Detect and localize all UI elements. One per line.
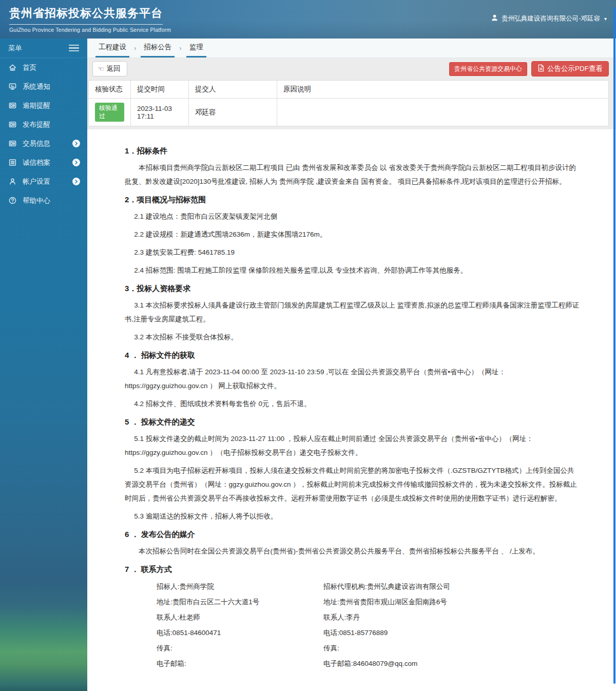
doc-section-heading: 3．投标人资格要求 bbox=[125, 281, 580, 296]
col-submit-time: 提交时间 bbox=[131, 81, 189, 99]
doc-paragraph: 5.1 投标文件递交的截止时间为 2023-11-27 11:00 ，投标人应在… bbox=[125, 432, 580, 459]
cell-submitter: 邓廷容 bbox=[189, 99, 277, 126]
sidebar-item-label: 首页 bbox=[23, 63, 36, 72]
card-icon bbox=[8, 139, 17, 148]
hamburger-icon[interactable] bbox=[69, 43, 79, 53]
app-header: 贵州省招标投标公共服务平台 GuiZhou Province Tendering… bbox=[0, 0, 616, 39]
contact-line-right: 招标代理机构:贵州弘典建设咨询有限公司 bbox=[322, 579, 580, 594]
doc-paragraph: 3.2 本次招标 不接受联合体投标。 bbox=[125, 330, 580, 344]
breadcrumb: 工程建设 › 招标公告 › 监理 bbox=[87, 39, 616, 58]
breadcrumb-separator: › bbox=[175, 44, 186, 57]
contact-line-left: 电子邮箱: bbox=[125, 656, 322, 671]
sidebar-item-label: 诚信档案 bbox=[23, 158, 50, 167]
sidebar-items: 首页系统通知逾期提醒发布提醒交易信息诚信档案帐户设置帮助中心 bbox=[0, 58, 87, 210]
sidebar-item-trade-info[interactable]: 交易信息 bbox=[0, 134, 87, 153]
sidebar-item-label: 帐户设置 bbox=[23, 177, 50, 186]
contact-line-left: 地址:贵阳市白云区二十六大道1号 bbox=[125, 594, 322, 610]
doc-paragraph: 3.1 本次招标要求投标人须具备建设行政主管部门颁发的房屋建筑工程监理乙级及以上… bbox=[125, 298, 580, 326]
list-icon bbox=[8, 158, 17, 167]
col-status: 核验状态 bbox=[89, 81, 131, 99]
card-icon bbox=[8, 120, 17, 129]
doc-section-heading: 7 ． 联系方式 bbox=[125, 562, 580, 577]
user-icon bbox=[491, 14, 498, 23]
user-name: 贵州弘典建设咨询有限公司-邓廷容 bbox=[502, 14, 600, 23]
pdf-file-icon bbox=[537, 64, 544, 73]
doc-paragraph: 5.3 逾期送达的投标文件，招标人将予以拒收。 bbox=[125, 509, 580, 523]
sidebar-item-label: 逾期提醒 bbox=[23, 101, 50, 110]
doc-paragraph: 本招标项目贵州商学院白云新校区二期工程项目 已由 贵州省发展和改革委员会 以 省… bbox=[125, 161, 580, 188]
sidebar-item-label: 发布提醒 bbox=[23, 120, 50, 129]
sidebar-item-account-settings[interactable]: 帐户设置 bbox=[0, 172, 87, 191]
doc-blocks: 1．招标条件本招标项目贵州商学院白云新校区二期工程项目 已由 贵州省发展和改革委… bbox=[125, 144, 580, 577]
breadcrumb-separator: › bbox=[129, 44, 141, 57]
chevron-right-icon bbox=[72, 159, 80, 166]
brand: 贵州省招标投标公共服务平台 GuiZhou Province Tendering… bbox=[9, 6, 171, 33]
breadcrumb-item-supervision[interactable]: 监理 bbox=[186, 43, 206, 57]
cell-submit-time: 2023-11-03 17:11 bbox=[131, 99, 189, 126]
sidebar-item-help-center[interactable]: 帮助中心 bbox=[0, 191, 87, 210]
doc-section-heading: 5 ． 投标文件的递交 bbox=[125, 415, 580, 429]
card-icon bbox=[8, 101, 17, 110]
contact-line-left: 传真: bbox=[125, 641, 322, 656]
monitor-icon bbox=[8, 82, 17, 91]
toolbar: ☜ 返回 贵州省公共资源交易中心 公告公示PDF查看 bbox=[87, 58, 616, 79]
doc-section-heading: 6 ． 发布公告的媒介 bbox=[125, 527, 580, 542]
col-reason: 原因说明 bbox=[277, 81, 609, 99]
cell-status: 核验通过 bbox=[89, 99, 131, 126]
back-button[interactable]: ☜ 返回 bbox=[92, 61, 127, 76]
doc-paragraph: 2.4 招标范围: 围墙工程施工阶段监理 保修阶段相关服务监理,以及 专业技术咨… bbox=[125, 263, 580, 277]
sidebar-item-label: 交易信息 bbox=[23, 139, 50, 148]
contact-grid: 招标人:贵州商学院招标代理机构:贵州弘典建设咨询有限公司地址:贵阳市白云区二十六… bbox=[125, 579, 580, 671]
contact-line-right: 地址:贵州省贵阳市观山湖区金阳南路6号 bbox=[322, 594, 580, 610]
menu-label: 菜单 bbox=[8, 44, 22, 53]
doc-paragraph: 2.2 建设规模：新建通透式围墙2636m，新建实体围墙2176m。 bbox=[125, 227, 580, 241]
trade-center-button[interactable]: 贵州省公共资源交易中心 bbox=[449, 62, 527, 76]
doc-paragraph: 本次招标公告同时在全国公共资源交易平台(贵州省)-贵州省公共资源交易公共服务平台… bbox=[125, 544, 580, 558]
contact-line-left: 招标人:贵州商学院 bbox=[125, 579, 322, 594]
sidebar-menu-header: 菜单 bbox=[0, 39, 87, 58]
doc-section-heading: 1．招标条件 bbox=[125, 144, 580, 158]
sidebar-item-system-notice[interactable]: 系统通知 bbox=[0, 77, 87, 96]
scrollbar-thumb[interactable] bbox=[613, 7, 615, 684]
sidebar-item-label: 系统通知 bbox=[23, 82, 50, 91]
doc-paragraph: 2.3 建筑安装工程费: 5461785.19 bbox=[125, 245, 580, 259]
main-content: 工程建设 › 招标公告 › 监理 ☜ 返回 贵州省公共资源交易中心 公告公示PD… bbox=[87, 39, 616, 691]
chevron-down-icon: ▾ bbox=[604, 16, 607, 22]
doc-paragraph: 5.2 本项目为电子招标远程开标项目，投标人须在递交投标文件截止时间前完整的将加… bbox=[125, 464, 580, 505]
back-hand-icon: ☜ bbox=[98, 65, 104, 72]
person-icon bbox=[8, 177, 17, 186]
question-icon bbox=[8, 196, 17, 205]
contact-line-right: 电话:0851-85776889 bbox=[322, 625, 580, 641]
contact-line-left: 电话:0851-84600471 bbox=[125, 625, 322, 641]
sidebar-item-overdue-reminder[interactable]: 逾期提醒 bbox=[0, 96, 87, 115]
announcement-document: 1．招标条件本招标项目贵州商学院白云新校区二期工程项目 已由 贵州省发展和改革委… bbox=[87, 129, 616, 691]
breadcrumb-item-announcement[interactable]: 招标公告 bbox=[141, 43, 175, 57]
breadcrumb-item-project[interactable]: 工程建设 bbox=[95, 43, 129, 57]
doc-section-heading: 4 ． 招标文件的获取 bbox=[125, 348, 580, 362]
home-icon bbox=[8, 63, 17, 72]
status-badge: 核验通过 bbox=[95, 103, 124, 122]
sidebar-item-publish-reminder[interactable]: 发布提醒 bbox=[0, 115, 87, 134]
sidebar: 菜单 首页系统通知逾期提醒发布提醒交易信息诚信档案帐户设置帮助中心 bbox=[0, 39, 87, 691]
sidebar-item-label: 帮助中心 bbox=[23, 196, 50, 205]
table-row: 核验通过2023-11-03 17:11邓廷容 bbox=[89, 99, 609, 126]
chevron-right-icon bbox=[72, 140, 80, 147]
chevron-right-icon bbox=[72, 178, 80, 185]
contact-line-right: 传真: bbox=[322, 641, 580, 656]
doc-paragraph: 2.1 建设地点：贵阳市白云区麦架镇麦架河北侧 bbox=[125, 209, 580, 223]
doc-paragraph: 4.1 凡有意投标者,请于 2023-11-04 00:00 至 2023-11… bbox=[125, 365, 580, 393]
doc-section-heading: 2．项目概况与招标范围 bbox=[125, 193, 580, 207]
cell-reason bbox=[277, 99, 609, 126]
contact-line-right: 联系人:李丹 bbox=[322, 610, 580, 625]
contact-line-left: 联系人:杜老师 bbox=[125, 610, 322, 625]
pdf-view-button[interactable]: 公告公示PDF查看 bbox=[531, 61, 609, 76]
contact-line-right: 电子邮箱:846048079@qq.com bbox=[322, 656, 580, 671]
col-submitter: 提交人 bbox=[189, 81, 277, 99]
sidebar-item-home[interactable]: 首页 bbox=[0, 58, 87, 77]
sidebar-item-credit-archive[interactable]: 诚信档案 bbox=[0, 153, 87, 172]
table-header-row: 核验状态 提交时间 提交人 原因说明 bbox=[89, 81, 609, 99]
verification-table: 核验状态 提交时间 提交人 原因说明 核验通过2023-11-03 17:11邓… bbox=[88, 80, 609, 126]
doc-paragraph: 4.2 招标文件、图纸或技术资料每套售价 0元，售后不退。 bbox=[125, 397, 580, 411]
app-subtitle: GuiZhou Province Tendering and Bidding P… bbox=[9, 27, 171, 33]
user-menu[interactable]: 贵州弘典建设咨询有限公司-邓廷容 ▾ bbox=[491, 14, 607, 23]
